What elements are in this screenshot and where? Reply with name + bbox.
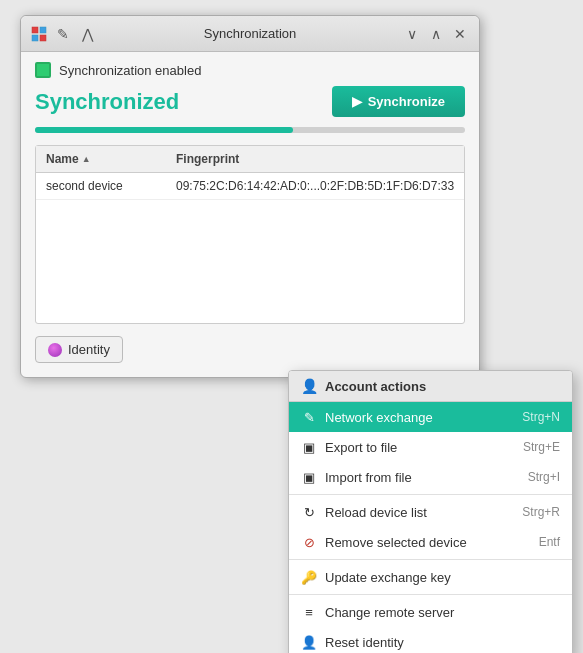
- menu-item-network-exchange-label: Network exchange: [325, 410, 433, 425]
- menu-item-export-shortcut: Strg+E: [523, 440, 560, 454]
- menu-item-change-server-label: Change remote server: [325, 605, 454, 620]
- menu-item-export-to-file[interactable]: ▣ Export to file Strg+E: [289, 432, 572, 462]
- separator-2: [289, 559, 572, 560]
- context-menu-header: 👤 Account actions: [289, 371, 572, 402]
- sync-status-label: Synchronized: [35, 89, 179, 115]
- remove-icon: ⊘: [301, 534, 317, 550]
- menu-item-export-left: ▣ Export to file: [301, 439, 397, 455]
- svg-rect-3: [40, 35, 46, 41]
- context-menu: 👤 Account actions ✎ Network exchange Str…: [288, 370, 573, 653]
- menu-item-network-exchange-left: ✎ Network exchange: [301, 409, 433, 425]
- table-header: Name ▲ Fingerprint: [36, 146, 464, 173]
- window-content: Synchronization enabled Synchronized ▶ S…: [21, 52, 479, 377]
- sync-main-row: Synchronized ▶ Synchronize: [35, 86, 465, 117]
- account-actions-icon: 👤: [301, 378, 318, 394]
- menu-item-update-key-label: Update exchange key: [325, 570, 451, 585]
- menu-item-reload-label: Reload device list: [325, 505, 427, 520]
- identity-button-label: Identity: [68, 342, 110, 357]
- reset-identity-icon: 👤: [301, 634, 317, 650]
- sync-enabled-text: Synchronization enabled: [59, 63, 201, 78]
- menu-item-reload-device-list[interactable]: ↻ Reload device list Strg+R: [289, 497, 572, 527]
- column-name[interactable]: Name ▲: [46, 152, 176, 166]
- menu-item-update-key-left: 🔑 Update exchange key: [301, 569, 451, 585]
- menu-item-remove-device[interactable]: ⊘ Remove selected device Entf: [289, 527, 572, 557]
- import-icon: ▣: [301, 469, 317, 485]
- main-window: ✎ ⋀ Synchronization ∨ ∧ ✕ Synchronizatio…: [20, 15, 480, 378]
- menu-item-change-server-left: ≡ Change remote server: [301, 604, 454, 620]
- menu-item-remove-shortcut: Entf: [539, 535, 560, 549]
- app-icon[interactable]: [29, 24, 49, 44]
- svg-rect-1: [40, 27, 46, 33]
- menu-item-update-exchange-key[interactable]: 🔑 Update exchange key: [289, 562, 572, 592]
- titlebar-controls: ∨ ∧ ✕: [401, 23, 471, 45]
- cell-device-name: second device: [46, 179, 176, 193]
- maximize-button[interactable]: ∧: [425, 23, 447, 45]
- progress-bar-fill: [35, 127, 293, 133]
- menu-item-import-shortcut: Strg+I: [528, 470, 560, 484]
- network-exchange-icon: ✎: [301, 409, 317, 425]
- menu-item-remove-label: Remove selected device: [325, 535, 467, 550]
- table-row[interactable]: second device 09:75:2C:D6:14:42:AD:0:...…: [36, 173, 464, 200]
- table-body: second device 09:75:2C:D6:14:42:AD:0:...…: [36, 173, 464, 323]
- sync-button-label: Synchronize: [368, 94, 445, 109]
- progress-bar: [35, 127, 465, 133]
- menu-item-import-from-file[interactable]: ▣ Import from file Strg+I: [289, 462, 572, 492]
- reload-icon: ↻: [301, 504, 317, 520]
- export-icon: ▣: [301, 439, 317, 455]
- synchronize-button[interactable]: ▶ Synchronize: [332, 86, 465, 117]
- column-fingerprint-label: Fingerprint: [176, 152, 239, 166]
- server-icon: ≡: [301, 604, 317, 620]
- column-fingerprint[interactable]: Fingerprint: [176, 152, 239, 166]
- key-icon: 🔑: [301, 569, 317, 585]
- titlebar-icons-left: ✎ ⋀: [29, 24, 97, 44]
- menu-item-reset-identity[interactable]: 👤 Reset identity: [289, 627, 572, 653]
- bottom-bar: Identity: [35, 336, 465, 363]
- menu-item-reload-shortcut: Strg+R: [522, 505, 560, 519]
- separator-1: [289, 494, 572, 495]
- svg-rect-2: [32, 35, 38, 41]
- sync-indicator: [35, 62, 51, 78]
- column-name-label: Name: [46, 152, 79, 166]
- chevron-up-icon[interactable]: ⋀: [77, 24, 97, 44]
- edit-icon[interactable]: ✎: [53, 24, 73, 44]
- titlebar: ✎ ⋀ Synchronization ∨ ∧ ✕: [21, 16, 479, 52]
- menu-item-reload-left: ↻ Reload device list: [301, 504, 427, 520]
- menu-item-change-remote-server[interactable]: ≡ Change remote server: [289, 597, 572, 627]
- devices-table: Name ▲ Fingerprint second device 09:75:2…: [35, 145, 465, 324]
- menu-item-reset-identity-left: 👤 Reset identity: [301, 634, 404, 650]
- cell-fingerprint: 09:75:2C:D6:14:42:AD:0:...0:2F:DB:5D:1F:…: [176, 179, 454, 193]
- context-menu-title: Account actions: [325, 379, 426, 394]
- identity-gem-icon: [48, 343, 62, 357]
- menu-item-import-left: ▣ Import from file: [301, 469, 412, 485]
- menu-item-export-label: Export to file: [325, 440, 397, 455]
- sort-arrow-icon: ▲: [82, 154, 91, 164]
- svg-rect-0: [32, 27, 38, 33]
- separator-3: [289, 594, 572, 595]
- minimize-button[interactable]: ∨: [401, 23, 423, 45]
- menu-item-network-exchange-shortcut: Strg+N: [522, 410, 560, 424]
- identity-button[interactable]: Identity: [35, 336, 123, 363]
- menu-item-reset-identity-label: Reset identity: [325, 635, 404, 650]
- menu-item-network-exchange[interactable]: ✎ Network exchange Strg+N: [289, 402, 572, 432]
- menu-item-remove-left: ⊘ Remove selected device: [301, 534, 467, 550]
- window-title: Synchronization: [204, 26, 297, 41]
- sync-button-arrow: ▶: [352, 94, 362, 109]
- menu-item-import-label: Import from file: [325, 470, 412, 485]
- close-button[interactable]: ✕: [449, 23, 471, 45]
- sync-status-row: Synchronization enabled: [35, 62, 465, 78]
